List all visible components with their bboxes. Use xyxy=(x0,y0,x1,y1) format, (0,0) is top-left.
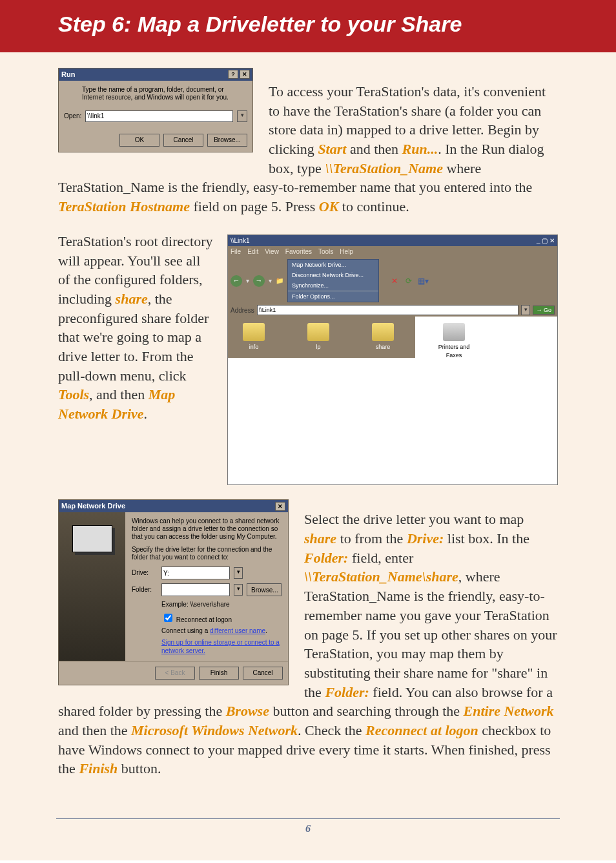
back-dropdown-icon[interactable]: ▾ xyxy=(246,276,249,286)
folder-label: Folder: xyxy=(132,585,158,594)
folder-info[interactable]: info xyxy=(234,323,273,351)
menu-file[interactable]: File xyxy=(231,247,241,256)
folder-icon xyxy=(372,323,394,341)
folder-dropdown-icon[interactable]: ▾ xyxy=(234,584,243,596)
run-dialog-text: Type the name of a program, folder, docu… xyxy=(82,86,247,101)
address-bar: Address ▾ → Go xyxy=(228,304,557,317)
explorer-titlebar: \\Link1 _ ▢ ✕ xyxy=(228,235,557,247)
back-button[interactable]: < Back xyxy=(155,667,195,680)
close-icon[interactable]: ✕ xyxy=(275,502,285,511)
forward-icon[interactable]: → xyxy=(253,275,265,287)
hl-path: \\TeraStation_Name\share xyxy=(304,568,458,585)
menu-item-folder-options[interactable]: Folder Options... xyxy=(288,291,378,302)
drive-icon xyxy=(72,525,112,552)
page: Step 6: Map a Driveletter to your Share … xyxy=(0,0,616,860)
folder-input[interactable] xyxy=(161,583,230,596)
up-icon[interactable]: 📁 xyxy=(276,276,283,286)
open-input[interactable] xyxy=(85,110,233,122)
explorer-content: info lp share Printers and Faxes xyxy=(228,317,557,484)
folder-icon xyxy=(243,323,265,341)
step-header: Step 6: Map a Driveletter to your Share xyxy=(0,0,616,52)
menu-item-disconnect[interactable]: Disconnect Network Drive... xyxy=(288,270,378,280)
menu-item-synchronize[interactable]: Synchronize... xyxy=(288,280,378,291)
open-label: Open: xyxy=(64,112,81,121)
online-storage-link[interactable]: Sign up for online storage or connect to… xyxy=(161,638,282,656)
reconnect-checkbox[interactable] xyxy=(164,614,172,622)
folder-share[interactable]: share xyxy=(364,323,402,351)
hl-tools: Tools xyxy=(58,386,89,402)
address-dropdown-icon[interactable]: ▾ xyxy=(521,305,530,315)
folder-lp[interactable]: lp xyxy=(299,323,338,351)
hl-entire-network: Entire Network xyxy=(464,703,554,719)
close-icon[interactable]: ✕ xyxy=(240,70,250,79)
map-network-drive-dialog: Map Network Drive ✕ Windows can help you… xyxy=(58,499,289,685)
explorer-menubar: File Edit View Favorites Tools Help xyxy=(228,246,557,258)
content-area: Run ? ✕ Type the name of a program, fold… xyxy=(0,52,616,799)
sync-icon[interactable]: ⟳ xyxy=(404,276,414,286)
hl-folder: Folder: xyxy=(304,550,348,566)
address-input[interactable] xyxy=(257,305,519,315)
explorer-toolbar: ← ▾ → ▾ 📁 Map Network Drive... Disconnec… xyxy=(228,258,557,304)
hl-ms-windows-network: Microsoft Windows Network xyxy=(131,722,298,738)
go-button[interactable]: → Go xyxy=(533,306,555,315)
hl-start: Start xyxy=(318,141,346,157)
hl-finish: Finish xyxy=(79,760,118,776)
printers-icon xyxy=(443,323,465,341)
hl-terastation-name: \\TeraStation_Name xyxy=(325,160,443,176)
address-label: Address xyxy=(231,306,254,315)
help-icon[interactable]: ? xyxy=(228,70,238,79)
drive-label: Drive: xyxy=(132,568,158,577)
menu-item-map-drive[interactable]: Map Network Drive... xyxy=(288,260,378,270)
hl-ok: OK xyxy=(319,198,339,214)
ok-button[interactable]: OK xyxy=(119,134,159,147)
hl-reconnect: Reconnect at logon xyxy=(365,722,478,738)
folder-printers-faxes[interactable]: Printers and Faxes xyxy=(435,323,473,359)
run-dialog-title: Run xyxy=(61,70,75,79)
folder-icon xyxy=(307,323,329,341)
page-number: 6 xyxy=(56,818,560,835)
hl-folder2: Folder: xyxy=(325,684,369,700)
hl-share2: share xyxy=(304,530,336,546)
hl-hostname: TeraStation Hostname xyxy=(58,198,190,214)
menu-help[interactable]: Help xyxy=(340,247,353,256)
cancel-button[interactable]: Cancel xyxy=(243,667,283,680)
dropdown-icon[interactable]: ▾ xyxy=(237,110,247,122)
menu-view[interactable]: View xyxy=(265,247,279,256)
hl-browse: Browse xyxy=(226,703,269,719)
hl-run: Run... xyxy=(402,141,438,157)
window-buttons[interactable]: _ ▢ ✕ xyxy=(537,236,555,245)
menu-favorites[interactable]: Favorites xyxy=(285,247,312,256)
map-dialog-text-1: Windows can help you connect to a shared… xyxy=(132,517,282,541)
views-icon[interactable]: ▦▾ xyxy=(418,276,428,286)
reconnect-label: Reconnect at logon xyxy=(176,616,232,623)
map-dialog-text-2: Specify the drive letter for the connect… xyxy=(132,546,282,561)
hl-drive: Drive: xyxy=(407,530,444,546)
back-icon[interactable]: ← xyxy=(231,275,242,287)
browse-button[interactable]: Browse... xyxy=(207,134,247,147)
cancel-button[interactable]: Cancel xyxy=(163,134,203,147)
explorer-title: \\Link1 xyxy=(231,236,249,245)
map-dialog-titlebar: Map Network Drive ✕ xyxy=(59,500,288,512)
menu-tools[interactable]: Tools xyxy=(318,247,333,256)
forward-dropdown-icon[interactable]: ▾ xyxy=(269,276,272,286)
tools-dropdown-menu: Map Network Drive... Disconnect Network … xyxy=(287,259,379,303)
map-dialog-title: Map Network Drive xyxy=(61,501,125,511)
finish-button[interactable]: Finish xyxy=(199,667,239,680)
drive-select[interactable] xyxy=(161,567,230,579)
drive-dropdown-icon[interactable]: ▾ xyxy=(234,567,243,579)
example-text: Example: \\server\share xyxy=(161,600,282,609)
explorer-window: \\Link1 _ ▢ ✕ File Edit View Favorites T… xyxy=(227,234,558,486)
browse-button[interactable]: Browse... xyxy=(247,583,282,596)
different-user-link[interactable]: different user name xyxy=(210,627,265,634)
run-dialog-titlebar: Run ? ✕ xyxy=(59,68,252,81)
map-dialog-sidebar-image xyxy=(59,512,125,661)
hl-share: share xyxy=(116,291,148,307)
delete-icon[interactable]: ✕ xyxy=(389,276,400,286)
run-dialog: Run ? ✕ Type the name of a program, fold… xyxy=(58,68,253,152)
menu-edit[interactable]: Edit xyxy=(247,247,258,256)
